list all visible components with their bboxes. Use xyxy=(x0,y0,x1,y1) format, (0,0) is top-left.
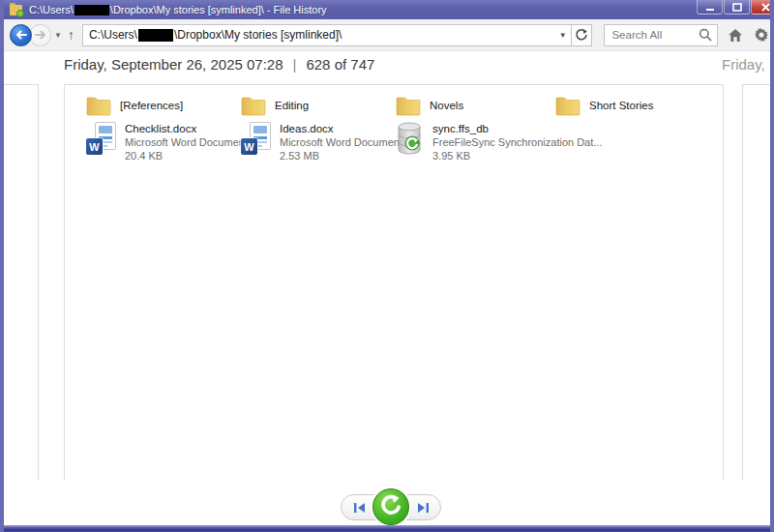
restore-icon xyxy=(378,494,403,519)
title-bar: C:\Users\\Dropbox\My stories [symlinked]… xyxy=(0,0,774,19)
window-bottom-border xyxy=(0,525,774,532)
database-icon xyxy=(396,122,425,155)
folder-icon xyxy=(241,96,266,116)
next-snapshot-panel-edge xyxy=(742,84,774,484)
file-list-panel: [References] Editing Novels Short Storie… xyxy=(64,84,724,484)
folder-item[interactable]: [References] xyxy=(86,93,183,118)
folder-name: Editing xyxy=(275,100,309,111)
minimize-button[interactable] xyxy=(697,0,723,15)
snapshot-position: 628 of 747 xyxy=(306,56,374,73)
file-name: sync.ffs_db xyxy=(432,122,602,135)
window-title: C:\Users\\Dropbox\My stories [symlinked]… xyxy=(29,4,327,16)
folder-name: [References] xyxy=(120,100,183,111)
folder-icon xyxy=(555,96,580,116)
file-name: Ideas.docx xyxy=(280,122,402,135)
home-icon xyxy=(728,28,743,43)
folder-icon xyxy=(86,96,111,116)
recent-pages-chevron-icon[interactable]: ▼ xyxy=(54,31,62,40)
folder-item[interactable]: Novels xyxy=(396,93,463,118)
previous-snapshot-panel-edge xyxy=(0,84,39,484)
file-item[interactable]: sync.ffs_db FreeFileSync Synchronization… xyxy=(396,122,602,163)
back-button[interactable] xyxy=(10,24,32,46)
folder-icon xyxy=(396,96,421,116)
bottom-navigation xyxy=(4,481,770,525)
close-button[interactable] xyxy=(751,0,774,15)
navigation-toolbar: ▼ ↑ C:\Users\\Dropbox\My stories [symlin… xyxy=(4,19,770,51)
file-type: Microsoft Word Document xyxy=(280,135,402,149)
minimize-icon xyxy=(705,3,715,12)
address-bar[interactable]: C:\Users\\Dropbox\My stories [symlinked]… xyxy=(82,24,572,46)
window-controls xyxy=(696,0,774,15)
home-button[interactable] xyxy=(727,26,744,44)
address-dropdown-icon[interactable]: ▼ xyxy=(559,31,567,40)
file-size: 2.53 MB xyxy=(280,149,402,163)
snapshot-view: Friday, September 26, 2025 07:28|628 of … xyxy=(4,52,770,525)
search-input[interactable] xyxy=(610,28,699,42)
folder-item[interactable]: Short Stories xyxy=(555,93,653,118)
refresh-icon xyxy=(575,28,588,42)
address-path: C:\Users\\Dropbox\My stories [symlinked]… xyxy=(89,28,555,42)
close-icon xyxy=(761,3,770,12)
up-one-level-icon[interactable]: ↑ xyxy=(68,27,74,43)
search-icon[interactable] xyxy=(699,28,712,42)
word-document-icon: W xyxy=(86,122,117,157)
forward-arrow-icon xyxy=(34,29,47,41)
next-snapshot-date-peek: Friday, xyxy=(722,56,765,73)
file-size: 3.95 KB xyxy=(432,149,602,163)
file-item[interactable]: W Checklist.docx Microsoft Word Document… xyxy=(86,122,248,163)
header-separator: | xyxy=(293,56,297,73)
file-name: Checklist.docx xyxy=(125,122,248,135)
forward-button[interactable] xyxy=(29,24,51,46)
file-type: FreeFileSync Synchronization Dat... xyxy=(432,135,602,149)
folder-name: Short Stories xyxy=(589,100,653,111)
word-document-icon: W xyxy=(241,122,272,157)
settings-button[interactable] xyxy=(753,26,770,44)
snapshot-date: Friday, September 26, 2025 07:28 xyxy=(64,56,283,73)
file-size: 20.4 KB xyxy=(125,149,248,163)
file-history-app-icon xyxy=(10,5,22,15)
file-history-window: C:\Users\\Dropbox\My stories [symlinked]… xyxy=(0,0,774,532)
redacted-username xyxy=(138,29,173,42)
previous-icon xyxy=(353,502,367,514)
maximize-icon xyxy=(732,3,742,12)
snapshot-date-header: Friday, September 26, 2025 07:28|628 of … xyxy=(64,56,374,73)
file-type: Microsoft Word Document xyxy=(125,135,248,149)
folder-name: Novels xyxy=(430,100,463,111)
maximize-button[interactable] xyxy=(724,0,750,15)
gear-icon xyxy=(754,27,769,43)
file-item[interactable]: W Ideas.docx Microsoft Word Document 2.5… xyxy=(241,122,402,163)
folder-item[interactable]: Editing xyxy=(241,93,309,118)
refresh-button[interactable] xyxy=(572,24,593,46)
redacted-username xyxy=(74,5,109,15)
back-arrow-icon xyxy=(15,29,28,41)
search-box[interactable] xyxy=(604,24,718,46)
restore-button[interactable] xyxy=(372,488,409,525)
next-icon xyxy=(416,502,430,514)
